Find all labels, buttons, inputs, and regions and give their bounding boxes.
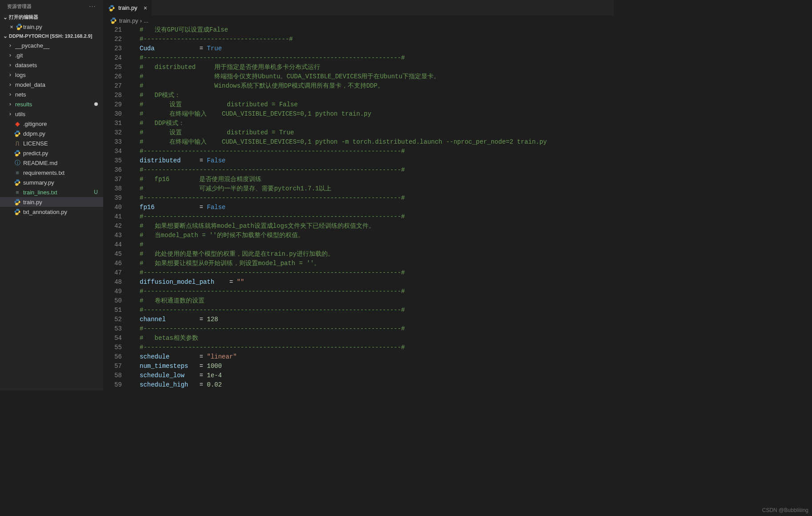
txt-icon: ≡ [13, 169, 21, 176]
folder-item[interactable]: ›logs [0, 70, 103, 80]
open-editors-list: ×train.py [0, 22, 103, 32]
explorer-header: 资源管理器 ··· [0, 0, 103, 12]
file-label: train.py [23, 199, 42, 206]
tab-bar: train.py × [103, 0, 614, 16]
file-item[interactable]: ⓘREADME.md [0, 158, 103, 168]
breadcrumb[interactable]: train.py › ... [103, 16, 614, 25]
file-tree: ›__pycache__›.git›datasets›logs›model_da… [0, 40, 103, 217]
file-label: txt_annotation.py [23, 209, 67, 215]
chevron-right-icon: › [7, 52, 13, 58]
license-icon: ⎍ [13, 140, 21, 147]
python-icon [13, 208, 21, 215]
folder-item[interactable]: ›datasets [0, 60, 103, 70]
close-icon[interactable]: × [8, 24, 15, 30]
folder-item[interactable]: ›__pycache__ [0, 40, 103, 50]
file-item[interactable]: ≡train_lines.txtU [0, 187, 103, 197]
file-label: summary.py [23, 179, 54, 186]
chevron-right-icon: › [140, 17, 142, 24]
git-status-badge: U [94, 189, 98, 195]
open-editor-label: train.py [23, 24, 42, 30]
file-label: train_lines.txt [23, 189, 57, 196]
file-item[interactable]: ◆.gitignore [0, 119, 103, 129]
file-item[interactable]: ddpm.py [0, 129, 103, 138]
chevron-right-icon: › [7, 72, 13, 78]
chevron-right-icon: › [7, 42, 13, 48]
txt-icon: ≡ [13, 189, 21, 196]
file-label: requirements.txt [23, 169, 64, 176]
workspace-header[interactable]: ⌄ DDPM-PYTORCH [SSH: 192.168.2.9] [0, 32, 103, 40]
folder-label: nets [15, 91, 26, 98]
folder-label: logs [15, 72, 26, 78]
file-item[interactable]: summary.py [0, 177, 103, 187]
chevron-down-icon: ⌄ [2, 14, 9, 20]
chevron-right-icon: › [7, 81, 13, 88]
file-label: .gitignore [23, 121, 47, 127]
breadcrumb-tail: ... [144, 17, 149, 24]
python-icon [15, 23, 23, 30]
file-item[interactable]: txt_annotation.py [0, 207, 103, 217]
python-icon [13, 130, 21, 137]
line-number-gutter: 2122232425262728293031323334353637383940… [103, 25, 131, 391]
file-label: ddpm.py [23, 130, 45, 137]
chevron-right-icon: › [7, 62, 13, 68]
python-icon [13, 198, 21, 206]
python-icon [13, 179, 21, 186]
python-icon [13, 149, 21, 157]
file-item[interactable]: ≡requirements.txt [0, 168, 103, 177]
chevron-right-icon: › [7, 111, 13, 117]
folder-item[interactable]: ›utils [0, 109, 103, 119]
file-label: LICENSE [23, 140, 48, 147]
info-icon: ⓘ [13, 159, 21, 167]
python-icon [109, 17, 117, 24]
open-editors-label: 打开的编辑器 [9, 14, 38, 20]
chevron-right-icon: › [7, 91, 13, 97]
file-item[interactable]: predict.py [0, 148, 103, 158]
chevron-right-icon: › [7, 101, 13, 107]
explorer-more-button[interactable]: ··· [88, 3, 98, 10]
breadcrumb-file: train.py [119, 17, 138, 24]
folder-label: model_data [15, 81, 45, 88]
folder-item[interactable]: ›nets [0, 89, 103, 99]
folder-item[interactable]: ›model_data [0, 80, 103, 89]
folder-label: .git [15, 52, 23, 59]
open-editors-header[interactable]: ⌄ 打开的编辑器 [0, 12, 103, 22]
file-item[interactable]: ⎍LICENSE [0, 138, 103, 148]
workspace-label: DDPM-PYTORCH [SSH: 192.168.2.9] [9, 33, 92, 39]
file-label: predict.py [23, 150, 48, 157]
explorer-title: 资源管理器 [7, 3, 32, 10]
folder-item[interactable]: ›.git [0, 50, 103, 60]
tab-train-py[interactable]: train.py × [103, 0, 152, 16]
folder-label: results [15, 101, 32, 108]
modified-dot-icon [94, 102, 98, 106]
folder-label: __pycache__ [15, 42, 49, 49]
code-content[interactable]: # 没有GPU可以设置成False#----------------------… [131, 25, 614, 391]
folder-label: datasets [15, 62, 37, 69]
code-editor[interactable]: 2122232425262728293031323334353637383940… [103, 25, 614, 391]
tab-label: train.py [118, 4, 137, 11]
chevron-down-icon: ⌄ [2, 33, 9, 39]
git-icon: ◆ [13, 120, 21, 127]
open-editor-item[interactable]: ×train.py [0, 22, 103, 32]
editor-column: train.py × train.py › ... 21222324252627… [103, 0, 614, 391]
close-icon[interactable]: × [144, 4, 147, 12]
folder-item[interactable]: ›results [0, 99, 103, 109]
file-item[interactable]: train.py [0, 197, 103, 207]
file-label: README.md [23, 160, 57, 166]
folder-label: utils [15, 111, 25, 117]
explorer-sidebar: 资源管理器 ··· ⌄ 打开的编辑器 ×train.py ⌄ DDPM-PYTO… [0, 0, 103, 391]
python-icon [108, 4, 116, 12]
